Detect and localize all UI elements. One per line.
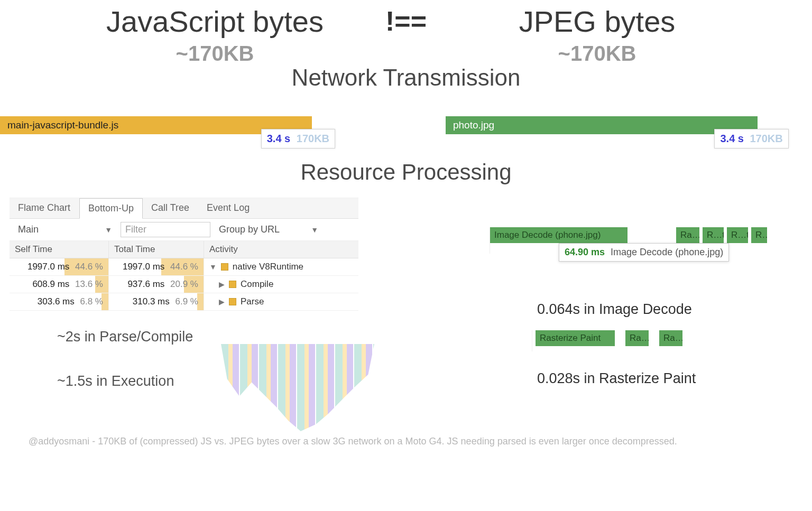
cell-self-time: 303.6 ms 6.8 % [10,293,109,310]
tooltip-label: Image Decode (phone.jpg) [611,247,723,257]
table-header: Self Time Total Time Activity [10,241,358,258]
raster-block: Ra…t [659,330,682,346]
footnote: @addyosmani - 170KB of (compressed) JS v… [29,436,812,447]
summary-rasterize-paint: 0.028s in Rasterize Paint [537,370,812,387]
devtools-filter-row: Main ▼ Filter Group by URL ▼ [10,219,358,241]
disclosure-triangle-icon[interactable]: ▼ [209,263,217,271]
table-row[interactable]: 303.6 ms 6.8 % 310.3 ms 6.9 % ▶ Parse [10,293,358,311]
col-total-time[interactable]: Total Time [109,241,204,258]
cell-activity: ▶ Compile [204,276,358,293]
js-badge-size: 170KB [297,133,329,144]
chevron-down-icon: ▼ [105,226,112,234]
disclosure-triangle-icon[interactable]: ▶ [219,298,225,306]
jpg-bar: photo.jpg [446,116,758,134]
section-processing-title: Resource Processing [0,160,812,185]
chevron-down-icon: ▼ [311,226,318,234]
headline-left: JavaScript bytes ~170KB [58,0,372,66]
table-row[interactable]: 608.9 ms 13.6 % 937.6 ms 20.9 % ▶ Compil… [10,276,358,293]
image-decode-block: Image Decode (phone.jpg) [490,227,628,243]
js-timing-badge: 3.4 s 170KB [261,129,335,148]
headline-jpeg-size: ~170KB [440,42,754,66]
thread-dropdown-label: Main [18,224,39,235]
flame-chart-thumbnail [221,344,374,431]
activity-swatch-icon [229,298,236,305]
headline-row: JavaScript bytes ~170KB !== JPEG bytes ~… [0,0,812,66]
raster-block: Ra…t [676,227,699,243]
rasterize-paint-block: Rasterize Paint [536,330,615,346]
col-self-time[interactable]: Self Time [10,241,109,258]
cell-self-time: 1997.0 ms 44.6 % [10,258,109,275]
network-js-col: main-javascript-bundle.js 3.4 s 170KB [0,116,390,134]
section-network-title: Network Transmission [0,64,812,91]
headline-jpeg-title: JPEG bytes [440,4,754,39]
raster-block: R… [751,227,767,243]
cell-total-time: 937.6 ms 20.9 % [109,276,204,293]
activity-label: native V8Runtime [233,262,303,272]
tooltip-ms: 64.90 ms [565,247,605,257]
jpg-badge-size: 170KB [750,133,783,144]
processing-row: Flame Chart Bottom-Up Call Tree Event Lo… [0,198,812,399]
summary-image-decode: 0.064s in Image Decode [537,301,812,318]
processing-right-col: Image Decode (phone.jpg) Ra…t R…t R…t R…… [474,198,812,399]
jpg-timing-badge: 3.4 s 170KB [714,129,788,148]
tab-bottom-up[interactable]: Bottom-Up [79,198,143,219]
jpg-badge-time: 3.4 s [720,133,743,144]
tab-call-tree[interactable]: Call Tree [143,198,198,218]
disclosure-triangle-icon[interactable]: ▶ [219,280,225,289]
decode-tooltip: 64.90 ms Image Decode (phone.jpg) [559,243,729,262]
cell-total-time: 310.3 ms 6.9 % [109,293,204,310]
rasterize-timeline: Rasterize Paint Ra…t Ra…t [532,330,812,351]
group-dropdown[interactable]: Group by URL ▼ [216,222,321,237]
col-activity[interactable]: Activity [204,241,358,258]
network-row: main-javascript-bundle.js 3.4 s 170KB ph… [0,100,812,140]
raster-block: R…t [703,227,724,243]
activity-swatch-icon [229,281,236,288]
raster-block: R…t [727,227,748,243]
tab-flame-chart[interactable]: Flame Chart [10,198,79,218]
summary-parse-compile: ~2s in Parse/Compile [57,329,358,345]
raster-block: Ra…t [625,330,649,346]
headline-neq: !== [372,5,440,37]
headline-js-title: JavaScript bytes [58,4,372,39]
table-row[interactable]: 1997.0 ms 44.6 % 1997.0 ms 44.6 % ▼ nati… [10,258,358,276]
cell-total-time: 1997.0 ms 44.6 % [109,258,204,275]
image-decode-timeline: Image Decode (phone.jpg) Ra…t R…t R…t R…… [490,227,812,254]
cell-activity: ▼ native V8Runtime [204,258,358,275]
devtools-panel: Flame Chart Bottom-Up Call Tree Event Lo… [10,198,358,311]
tab-event-log[interactable]: Event Log [198,198,259,218]
cell-activity: ▶ Parse [204,293,358,310]
devtools-tabs: Flame Chart Bottom-Up Call Tree Event Lo… [10,198,358,219]
headline-js-size: ~170KB [58,42,372,66]
activity-swatch-icon [221,263,228,271]
activity-label: Compile [241,279,273,290]
processing-left-col: Flame Chart Bottom-Up Call Tree Event Lo… [10,198,358,399]
network-jpg-col: photo.jpg 3.4 s 170KB [422,116,812,134]
js-badge-time: 3.4 s [267,133,290,144]
slide: JavaScript bytes ~170KB !== JPEG bytes ~… [0,0,812,511]
group-dropdown-label: Group by URL [219,224,280,235]
activity-label: Parse [241,296,264,307]
headline-right: JPEG bytes ~170KB [440,0,754,66]
filter-input[interactable]: Filter [121,222,210,237]
thread-dropdown[interactable]: Main ▼ [15,222,115,237]
cell-self-time: 608.9 ms 13.6 % [10,276,109,293]
